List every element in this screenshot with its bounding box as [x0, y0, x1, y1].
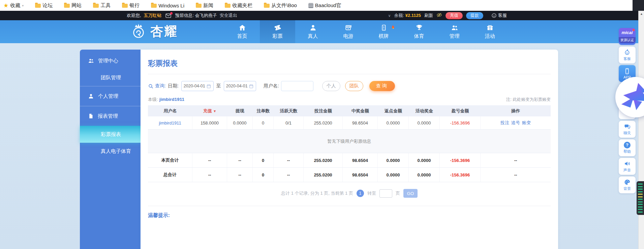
- report-table: 用户名 充值 ▼ 提现 注单数 活跃天数 投注金额 中奖金额 返点金额 活动奖金…: [148, 105, 551, 182]
- scrollbar-up-arrow[interactable]: ▲: [639, 11, 644, 17]
- screen: ★ 收藏 ▾ 论坛 网站 工具 银行 Windows Li 新闻 收藏夹栏 从文…: [0, 0, 644, 249]
- date-from-field[interactable]: [181, 81, 214, 91]
- bookmark-folder-fromfile[interactable]: 从文件\Boo: [264, 2, 297, 9]
- sound-widget[interactable]: 声音: [619, 158, 636, 175]
- bookmark-folder-windows[interactable]: Windows Li: [151, 3, 184, 8]
- award-cert-badge[interactable]: micai 奖源认证: [619, 28, 636, 45]
- flame-icon: [390, 24, 395, 31]
- refresh-link[interactable]: 刷新: [424, 12, 433, 19]
- smiley-icon: [491, 13, 497, 18]
- eye-slash-icon[interactable]: [436, 12, 442, 19]
- account-change-link[interactable]: 账变: [522, 120, 531, 126]
- browser-corner-block: [633, 0, 644, 11]
- bookmark-favorites[interactable]: ★ 收藏 ▾: [3, 2, 24, 9]
- sidebar-item-management-center[interactable]: 管理中心: [80, 50, 141, 69]
- micai-brand: micai: [621, 30, 633, 35]
- table-row: jimbird1911 158.0000 0.0000 0 0/1 255.02…: [148, 116, 551, 130]
- sidebar-item-team-management[interactable]: 团队管理: [80, 69, 141, 86]
- level-label: 本级:: [148, 97, 158, 102]
- people-icon: [451, 24, 458, 31]
- sidebar-item-report-management[interactable]: 报表管理: [80, 106, 141, 126]
- user-topbar: 欢迎您, 五万红钻 预留信息: 会飞的燕子 安全退出 ∨ 余额: ¥2.1125…: [0, 11, 644, 20]
- withdraw-button[interactable]: 提款: [466, 12, 483, 19]
- nav-item-sports[interactable]: 体育: [401, 20, 437, 43]
- sidebar-item-live-esports[interactable]: 真人电子体育: [80, 143, 141, 160]
- balance-label: 余额:: [394, 13, 404, 18]
- search-icon: [148, 83, 154, 89]
- bookmark-baacloud[interactable]: Baacloud官: [308, 2, 341, 9]
- chat-widget[interactable]: 聊天: [619, 121, 636, 138]
- query-label: 查询:: [155, 83, 166, 89]
- topbar-right: ∨ 余额: ¥2.1125 刷新 充值 提款 客服: [388, 11, 507, 20]
- folder-icon: [64, 4, 70, 8]
- topbar-left: 欢迎您, 五万红钻 预留信息: 会飞的燕子 安全退出: [127, 11, 237, 20]
- folder-icon: [35, 4, 41, 8]
- nav-item-egame[interactable]: 电游: [331, 20, 366, 43]
- vip-name[interactable]: 五万红钻: [144, 12, 161, 19]
- folder-icon: [196, 4, 202, 8]
- star-icon: ★: [3, 3, 8, 8]
- chat-bubbles-icon: [623, 123, 631, 130]
- level-user-link[interactable]: jimbird1911: [159, 97, 184, 102]
- person-icon: [88, 93, 94, 99]
- bet-detail-link[interactable]: 投注: [500, 120, 509, 126]
- service-button[interactable]: 客服: [491, 12, 507, 19]
- service-widget[interactable]: 客服: [619, 47, 636, 63]
- nav-item-lottery[interactable]: 彩票: [260, 20, 295, 43]
- nav-item-home[interactable]: 首页: [224, 20, 260, 43]
- folder-icon: [93, 4, 99, 8]
- go-button[interactable]: GO: [403, 189, 418, 198]
- date-from-input[interactable]: [184, 84, 206, 88]
- nav-item-activity[interactable]: 活动: [472, 20, 508, 43]
- bookmark-folder-favbar[interactable]: 收藏夹栏: [225, 2, 252, 9]
- table-header-row: 用户名 充值 ▼ 提现 注单数 活跃天数 投注金额 中奖金额 返点金额 活动奖金…: [148, 105, 551, 116]
- bookmark-folder-sites[interactable]: 网站: [64, 2, 82, 9]
- nav-item-boardgames[interactable]: 棋牌: [366, 20, 401, 43]
- palette-icon: [623, 179, 631, 186]
- sidebar-item-lottery-report[interactable]: 彩票报表: [80, 126, 141, 143]
- calendar-icon[interactable]: [206, 84, 211, 89]
- mahjong-tile-icon: [380, 24, 388, 31]
- sortable-column-recharge[interactable]: 充值 ▼: [192, 108, 227, 114]
- slot-machine-icon: [345, 24, 352, 31]
- goto-page-input[interactable]: [379, 189, 392, 198]
- chevron-down-icon[interactable]: ∨: [388, 13, 391, 18]
- site-logo[interactable]: 杏耀: [129, 22, 178, 40]
- background-widget[interactable]: 背景: [619, 176, 636, 193]
- username-input[interactable]: [281, 81, 313, 91]
- logout-link[interactable]: 安全退出: [220, 12, 237, 19]
- thunder-bird-overlay[interactable]: [615, 77, 644, 117]
- help-widget[interactable]: ? 帮助: [619, 139, 636, 156]
- document-icon: [88, 113, 94, 119]
- personal-filter-button[interactable]: 个人: [322, 81, 340, 91]
- sidebar-item-personal-management[interactable]: 个人管理: [80, 86, 141, 106]
- bookmark-folder-news[interactable]: 新闻: [196, 2, 213, 9]
- chase-link[interactable]: 追号: [511, 120, 520, 126]
- divider: [148, 74, 551, 74]
- page-title: 彩票报表: [148, 58, 551, 68]
- recharge-button[interactable]: 充值: [446, 12, 463, 19]
- bookmark-folder-tools[interactable]: 工具: [93, 2, 111, 9]
- grand-total-row: 总合计 -- -- 0 -- 255.0200 98.6504 0.0000 0…: [148, 168, 551, 182]
- folder-icon: [264, 4, 270, 8]
- nav-menu: 首页 彩票 真人 电游 棋牌 体: [224, 20, 508, 43]
- bookmark-folder-forum[interactable]: 论坛: [35, 2, 53, 9]
- bird-icon: [619, 81, 644, 113]
- bookmark-folder-bank[interactable]: 银行: [122, 2, 140, 9]
- question-icon: ?: [624, 142, 631, 148]
- team-filter-button[interactable]: 团队: [345, 81, 363, 91]
- username-link[interactable]: jimbird1911: [159, 120, 181, 126]
- empty-message: 暂无下级用户彩票信息: [148, 130, 551, 153]
- sidebar: 管理中心 团队管理 个人管理 报表管理 彩票报表 真人电子体育: [80, 50, 141, 249]
- row-actions: 投注 追号 账变: [481, 116, 551, 129]
- page-1-button[interactable]: 1: [357, 190, 364, 197]
- date-to-input[interactable]: [226, 84, 248, 88]
- calendar-icon[interactable]: [249, 84, 254, 89]
- nav-item-manage[interactable]: 管理: [437, 20, 472, 43]
- search-submit-button[interactable]: 查询: [369, 81, 395, 91]
- date-to-field[interactable]: [224, 81, 256, 91]
- nav-item-live[interactable]: 真人: [295, 20, 331, 43]
- folder-icon: [225, 4, 231, 8]
- message-button[interactable]: [165, 13, 171, 18]
- person-icon: [309, 24, 317, 31]
